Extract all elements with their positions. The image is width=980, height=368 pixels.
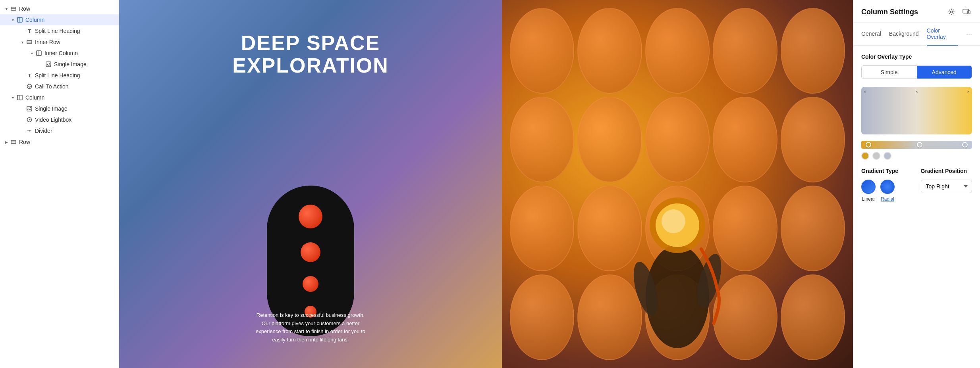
tree-column-2[interactable]: ▾ Column	[0, 92, 119, 103]
bubble	[510, 186, 574, 271]
tree-single-image-2[interactable]: Single Image	[0, 103, 119, 114]
right-panel: Column Settings General Background Color…	[853, 0, 980, 368]
tree-single-image-1[interactable]: Single Image	[0, 59, 119, 70]
bubble	[781, 274, 845, 360]
row-icon	[10, 139, 17, 145]
overlay-type-label: Color Overlay Type	[861, 54, 972, 60]
svg-point-14	[30, 107, 31, 108]
row-icon	[10, 6, 17, 12]
bubble	[781, 97, 845, 182]
advanced-btn[interactable]: Advanced	[917, 66, 972, 79]
tree-split-line-1[interactable]: T Split Line Heading	[0, 25, 119, 36]
canvas-subtitle: Retention is key to successful business …	[255, 311, 366, 344]
image-icon	[45, 61, 52, 67]
bubble	[781, 8, 845, 94]
text-icon: T	[26, 28, 33, 34]
tree-item-label: Split Line Heading	[35, 28, 80, 34]
type-buttons: Simple Advanced	[861, 65, 972, 79]
panel-body: Color Overlay Type Simple Advanced × × ×	[853, 46, 980, 368]
stop-circle-2[interactable]	[872, 152, 880, 160]
planet-small	[303, 276, 318, 292]
panel-header-icons	[946, 6, 972, 17]
video-icon	[26, 117, 33, 123]
settings-icon-btn[interactable]	[946, 6, 957, 17]
main-canvas: DEEP SPACEEXPLORATION Retention is key t…	[119, 0, 853, 368]
no-toggle	[38, 61, 44, 67]
svg-point-18	[29, 130, 30, 132]
stop-marker-3[interactable]	[962, 142, 968, 148]
no-toggle	[19, 117, 25, 123]
position-select[interactable]: Top Right Top Left Top Center Center Bot…	[921, 180, 972, 193]
tree-item-label: Inner Column	[44, 50, 78, 56]
svg-rect-13	[27, 106, 32, 111]
no-toggle	[19, 72, 25, 79]
tree-call-to-action[interactable]: Call To Action	[0, 81, 119, 92]
tree-item-label: Row	[19, 6, 30, 12]
panel-header: Column Settings	[853, 0, 980, 23]
tree-panel: ▾ Row ▾ Column T Split Line Heading ▾ In…	[0, 0, 119, 368]
radial-circle[interactable]	[880, 180, 895, 194]
gradient-type-section: Gradient Type Linear Radial	[861, 168, 913, 202]
no-toggle	[19, 83, 25, 90]
tree-item-label: Call To Action	[35, 83, 69, 90]
svg-marker-16	[29, 119, 31, 121]
tab-color-overlay[interactable]: Color Overlay	[927, 23, 958, 46]
toggle-icon: ▾	[19, 39, 25, 45]
stop-x-right: ×	[967, 89, 970, 94]
stop-x-mid: ×	[915, 89, 918, 94]
stop-marker-1[interactable]	[866, 142, 871, 148]
stop-circle-1[interactable]	[861, 152, 869, 160]
linear-circle[interactable]	[861, 180, 876, 194]
svg-point-24	[662, 209, 685, 233]
tree-split-line-2[interactable]: T Split Line Heading	[0, 70, 119, 81]
responsive-icon-btn[interactable]	[961, 6, 972, 17]
gradient-circles	[861, 180, 913, 194]
tree-item-label: Video Lightbox	[35, 117, 71, 123]
stop-marker-2[interactable]	[917, 142, 922, 148]
no-toggle	[19, 28, 25, 34]
tree-item-label: Column	[25, 17, 44, 23]
planet-medium	[301, 242, 320, 262]
tree-row-1[interactable]: ▾ Row	[0, 3, 119, 14]
planet-large	[299, 205, 322, 228]
tree-item-label: Column	[25, 94, 44, 101]
stop-row	[861, 152, 972, 160]
tab-general[interactable]: General	[861, 26, 881, 42]
tree-divider[interactable]: Divider	[0, 125, 119, 136]
grad-type-labels: Linear Radial	[861, 196, 913, 202]
canvas-title: DEEP SPACEEXPLORATION	[119, 32, 502, 77]
gradient-bottom-section: Gradient Type Linear Radial Gradient Pos…	[861, 168, 972, 202]
bubble	[510, 8, 574, 94]
linear-label: Linear	[861, 196, 876, 202]
tree-video-lightbox[interactable]: Video Lightbox	[0, 114, 119, 125]
tree-item-label: Inner Row	[35, 39, 60, 45]
simple-btn[interactable]: Simple	[862, 66, 917, 79]
svg-rect-8	[46, 62, 51, 67]
tree-inner-column[interactable]: ▾ Inner Column	[0, 48, 119, 59]
toggle-icon: ▾	[10, 94, 16, 101]
gradient-preview[interactable]: × × ×	[861, 87, 972, 134]
radial-label[interactable]: Radial	[880, 196, 895, 202]
svg-point-10	[27, 84, 32, 89]
cta-icon	[26, 83, 33, 90]
canvas-left-section: DEEP SPACEEXPLORATION Retention is key t…	[119, 0, 502, 368]
text-icon: T	[26, 72, 33, 79]
row-icon	[26, 39, 33, 45]
no-toggle	[19, 105, 25, 112]
tree-item-label: Single Image	[35, 105, 68, 112]
toggle-icon: ▾	[10, 17, 16, 23]
svg-point-27	[951, 11, 953, 13]
image-icon	[26, 105, 33, 112]
stop-circle-3[interactable]	[884, 152, 891, 160]
tree-item-label: Divider	[35, 128, 52, 134]
tree-inner-row[interactable]: ▾ Inner Row	[0, 36, 119, 48]
tree-item-label: Split Line Heading	[35, 72, 80, 79]
tree-column-1[interactable]: ▾ Column	[0, 14, 119, 25]
tab-more-btn[interactable]: ···	[966, 30, 972, 38]
color-stop-bar[interactable]	[861, 141, 972, 149]
panel-tabs: General Background Color Overlay ···	[853, 23, 980, 46]
gradient-position-section: Gradient Position Top Right Top Left Top…	[921, 168, 972, 193]
svg-point-9	[49, 63, 50, 63]
tab-background[interactable]: Background	[889, 26, 919, 42]
tree-row-2[interactable]: ▶ Row	[0, 136, 119, 148]
